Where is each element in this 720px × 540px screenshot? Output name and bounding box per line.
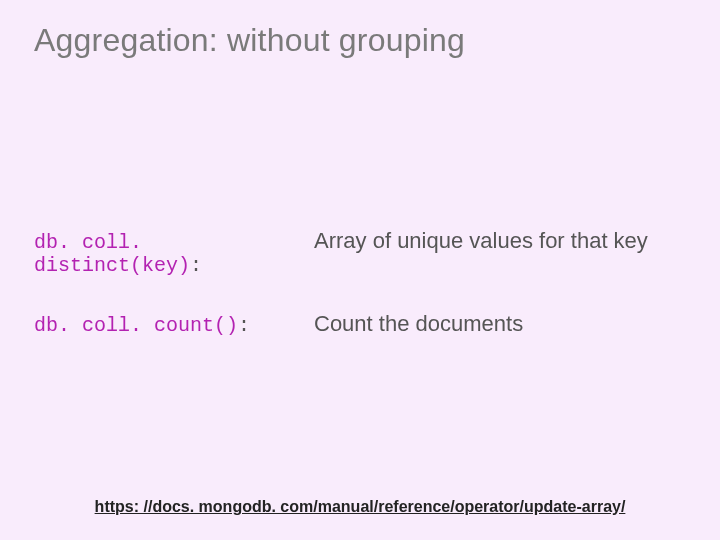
definition-row: db. coll. count(): Count the documents [34, 311, 690, 337]
code-text: db. coll. count() [34, 314, 238, 337]
definition-row: db. coll. distinct(key): Array of unique… [34, 228, 690, 277]
description-cell: Count the documents [314, 311, 523, 337]
description-cell: Array of unique values for that key [314, 228, 648, 254]
code-cell: db. coll. distinct(key): [34, 231, 314, 277]
content-area: db. coll. distinct(key): Array of unique… [34, 228, 690, 371]
reference-link[interactable]: https: //docs. mongodb. com/manual/refer… [95, 498, 626, 515]
code-cell: db. coll. count(): [34, 314, 314, 337]
code-text: db. coll. distinct(key) [34, 231, 190, 277]
reference-link-container: https: //docs. mongodb. com/manual/refer… [0, 498, 720, 516]
code-trail: : [238, 314, 250, 337]
slide: Aggregation: without grouping db. coll. … [0, 0, 720, 540]
slide-title: Aggregation: without grouping [34, 22, 465, 59]
code-trail: : [190, 254, 202, 277]
